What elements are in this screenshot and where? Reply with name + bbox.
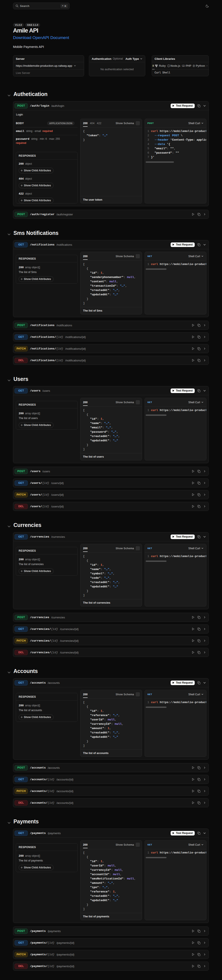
svg-text:php: php	[182, 65, 184, 67]
